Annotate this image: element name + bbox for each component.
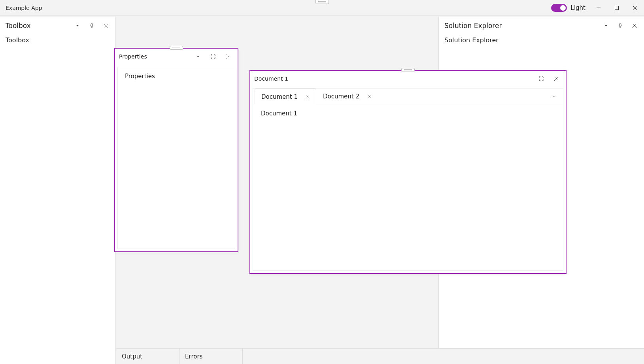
document-window[interactable]: Document 1 Document 1 Document (249, 70, 567, 274)
theme-toggle[interactable]: Light (551, 4, 585, 12)
workspace: Toolbox Toolbox Solution Explorer (0, 16, 644, 364)
solution-explorer-close-button[interactable] (627, 19, 642, 33)
toolbox-dropdown[interactable] (70, 19, 85, 33)
toolbox-panel: Toolbox Toolbox (0, 17, 116, 364)
toolbox-body-label: Toolbox (0, 35, 115, 45)
close-button[interactable] (626, 2, 644, 14)
tab-label: Document 1 (261, 93, 298, 100)
document-content: Document 1 (253, 104, 563, 123)
toolbox-close-button[interactable] (99, 19, 113, 33)
bottom-tabstrip: Output Errors (116, 348, 644, 364)
bottom-tab-label: Errors (185, 353, 202, 360)
maximize-button[interactable] (608, 2, 626, 14)
bottom-tab-label: Output (122, 353, 142, 360)
tab-close-icon[interactable] (365, 92, 374, 101)
properties-body-label: Properties (125, 73, 155, 80)
properties-drag-handle[interactable] (170, 46, 183, 50)
toggle-switch[interactable] (551, 4, 567, 12)
top-drag-handle[interactable] (315, 0, 329, 4)
toolbox-pin-button[interactable] (85, 19, 99, 33)
app-title: Example App (6, 5, 42, 11)
tab-document-1[interactable]: Document 1 (255, 89, 316, 104)
document-tabstrip: Document 1 Document 2 (253, 89, 563, 104)
properties-body: Properties (117, 67, 235, 249)
document-content-label: Document 1 (261, 110, 297, 117)
titlebar: Example App Light (0, 0, 644, 16)
properties-window[interactable]: Properties Properties (114, 48, 238, 252)
document-tabs-overflow[interactable] (550, 92, 559, 101)
properties-close-button[interactable] (221, 49, 235, 64)
minimize-button[interactable] (589, 2, 608, 14)
document-maximize-button[interactable] (534, 72, 548, 86)
tab-label: Document 2 (323, 93, 359, 100)
tab-document-2[interactable]: Document 2 (316, 89, 378, 104)
document-close-button[interactable] (549, 72, 563, 86)
document-window-title: Document 1 (254, 75, 533, 82)
properties-title: Properties (119, 53, 190, 60)
properties-maximize-button[interactable] (206, 49, 220, 64)
solution-explorer-pin-button[interactable] (613, 19, 627, 33)
theme-label: Light (571, 4, 585, 11)
document-drag-handle[interactable] (401, 68, 415, 72)
bottom-tab-errors[interactable]: Errors (179, 349, 243, 364)
solution-explorer-body-label: Solution Explorer (439, 35, 644, 45)
properties-dropdown[interactable] (191, 49, 205, 64)
solution-explorer-dropdown[interactable] (599, 19, 613, 33)
bottom-tab-output[interactable]: Output (116, 349, 179, 364)
toolbox-title: Toolbox (6, 22, 70, 30)
solution-explorer-title: Solution Explorer (444, 22, 599, 30)
tab-close-icon[interactable] (303, 92, 312, 101)
svg-rect-1 (615, 6, 619, 9)
